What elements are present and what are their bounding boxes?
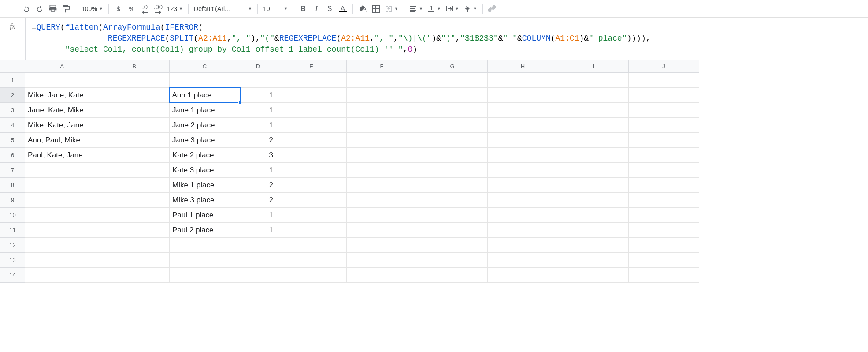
cell-E5[interactable] [276,133,347,148]
select-all-corner[interactable] [0,60,25,73]
cell-G14[interactable] [417,268,488,283]
column-header-A[interactable]: A [25,60,99,73]
cell-B10[interactable] [99,208,170,223]
cell-H5[interactable] [488,133,558,148]
cell-J1[interactable] [629,73,699,88]
undo-button[interactable] [20,3,33,15]
cell-F2[interactable] [347,88,417,103]
cell-E3[interactable] [276,103,347,118]
row-header-13[interactable]: 13 [0,253,25,268]
more-formats-dropdown[interactable]: 123 ▼ [165,3,185,15]
cell-J9[interactable] [629,193,699,208]
cell-E9[interactable] [276,193,347,208]
cell-A6[interactable]: Paul, Kate, Jane [25,148,99,163]
cell-G3[interactable] [417,103,488,118]
cell-C9[interactable]: Mike 3 place [170,193,240,208]
cell-H9[interactable] [488,193,558,208]
cell-D12[interactable] [240,238,276,253]
cell-I1[interactable] [558,73,629,88]
strikethrough-button[interactable]: S [323,3,336,15]
cell-J2[interactable] [629,88,699,103]
cell-F10[interactable] [347,208,417,223]
increase-decimal-button[interactable]: .00 [152,3,164,15]
cell-C7[interactable]: Kate 3 place [170,163,240,178]
format-percent-button[interactable]: % [126,3,138,15]
cell-D11[interactable]: 1 [240,223,276,238]
cell-H3[interactable] [488,103,558,118]
print-button[interactable] [47,3,59,15]
cell-E12[interactable] [276,238,347,253]
row-header-8[interactable]: 8 [0,178,25,193]
cell-D4[interactable]: 1 [240,118,276,133]
cell-G11[interactable] [417,223,488,238]
cell-F8[interactable] [347,178,417,193]
cell-D8[interactable]: 2 [240,178,276,193]
cell-A2[interactable]: Mike, Jane, Kate [25,88,99,103]
cell-E2[interactable] [276,88,347,103]
row-header-2[interactable]: 2 [0,88,25,103]
row-header-5[interactable]: 5 [0,133,25,148]
cell-C4[interactable]: Jane 2 place [170,118,240,133]
cell-G1[interactable] [417,73,488,88]
cell-A5[interactable]: Ann, Paul, Mike [25,133,99,148]
cell-E14[interactable] [276,268,347,283]
cell-I11[interactable] [558,223,629,238]
row-header-14[interactable]: 14 [0,268,25,283]
cell-J10[interactable] [629,208,699,223]
cell-B11[interactable] [99,223,170,238]
cell-E11[interactable] [276,223,347,238]
cell-B5[interactable] [99,133,170,148]
zoom-dropdown[interactable]: 100% ▼ [80,3,105,15]
cell-B14[interactable] [99,268,170,283]
cell-I9[interactable] [558,193,629,208]
cell-D7[interactable]: 1 [240,163,276,178]
fill-color-button[interactable] [356,3,369,15]
column-header-E[interactable]: E [276,60,347,73]
cell-F11[interactable] [347,223,417,238]
cell-B7[interactable] [99,163,170,178]
cell-J11[interactable] [629,223,699,238]
cell-A8[interactable] [25,178,99,193]
cell-F3[interactable] [347,103,417,118]
cell-C10[interactable]: Paul 1 place [170,208,240,223]
bold-button[interactable]: B [297,3,309,15]
cell-B4[interactable] [99,118,170,133]
column-header-B[interactable]: B [99,60,170,73]
cell-F4[interactable] [347,118,417,133]
cell-C6[interactable]: Kate 2 place [170,148,240,163]
cell-J12[interactable] [629,238,699,253]
cell-G4[interactable] [417,118,488,133]
cell-E4[interactable] [276,118,347,133]
column-header-J[interactable]: J [629,60,699,73]
insert-link-button[interactable] [486,3,499,15]
row-header-10[interactable]: 10 [0,208,25,223]
cell-A10[interactable] [25,208,99,223]
column-header-D[interactable]: D [240,60,276,73]
cell-C5[interactable]: Jane 3 place [170,133,240,148]
cell-G2[interactable] [417,88,488,103]
row-header-12[interactable]: 12 [0,238,25,253]
cell-J7[interactable] [629,163,699,178]
row-header-1[interactable]: 1 [0,73,25,88]
cell-H12[interactable] [488,238,558,253]
cell-I4[interactable] [558,118,629,133]
cell-C14[interactable] [170,268,240,283]
cell-D5[interactable]: 2 [240,133,276,148]
cell-A12[interactable] [25,238,99,253]
italic-button[interactable]: I [310,3,323,15]
text-rotation-dropdown[interactable]: ▼ [462,3,479,15]
horizontal-align-dropdown[interactable]: ▼ [408,3,425,15]
cell-D10[interactable]: 1 [240,208,276,223]
selection-handle[interactable] [238,101,241,104]
cell-C13[interactable] [170,253,240,268]
vertical-align-dropdown[interactable]: ▼ [426,3,443,15]
cell-I14[interactable] [558,268,629,283]
cell-H1[interactable] [488,73,558,88]
redo-button[interactable] [33,3,46,15]
cell-G9[interactable] [417,193,488,208]
cell-J13[interactable] [629,253,699,268]
cell-F1[interactable] [347,73,417,88]
cell-B3[interactable] [99,103,170,118]
cell-B1[interactable] [99,73,170,88]
cell-G5[interactable] [417,133,488,148]
